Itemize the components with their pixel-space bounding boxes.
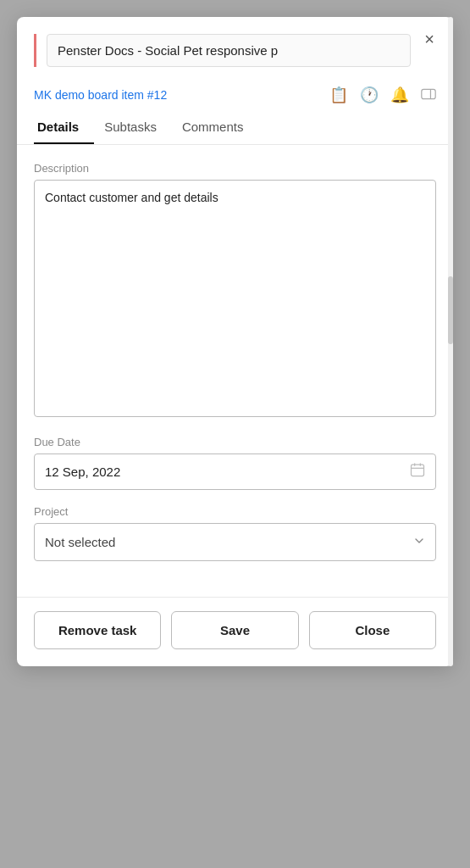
remove-task-button[interactable]: Remove task xyxy=(34,611,161,649)
date-input-wrapper xyxy=(34,453,436,490)
modal-footer: Remove task Save Close xyxy=(17,597,453,666)
svg-rect-0 xyxy=(422,89,435,98)
project-label: Project xyxy=(34,505,436,518)
tag-icon[interactable] xyxy=(421,86,436,104)
bell-icon[interactable]: 🔔 xyxy=(390,86,409,104)
scrollbar-track xyxy=(448,17,453,666)
tab-subtasks[interactable]: Subtasks xyxy=(101,111,172,144)
task-title-input[interactable] xyxy=(47,34,411,67)
due-date-label: Due Date xyxy=(34,436,436,448)
modal-header xyxy=(17,17,453,77)
due-date-field-group: Due Date xyxy=(34,436,436,490)
tab-comments[interactable]: Comments xyxy=(179,111,259,144)
toolbar-icons: 📋 🕐 🔔 xyxy=(329,86,436,104)
close-button[interactable]: Close xyxy=(309,611,436,649)
description-textarea[interactable]: Contact customer and get details xyxy=(34,180,436,417)
tabs-row: Details Subtasks Comments xyxy=(17,111,453,145)
project-select-wrapper: Not selected Project A Project B xyxy=(34,523,436,561)
modal-overlay: × MK demo board item #12 📋 🕐 🔔 xyxy=(0,0,470,868)
modal-dialog: × MK demo board item #12 📋 🕐 🔔 xyxy=(17,17,453,666)
description-label: Description xyxy=(34,162,436,175)
board-item-link[interactable]: MK demo board item #12 xyxy=(34,88,167,102)
due-date-input[interactable] xyxy=(34,453,436,490)
history-icon[interactable]: 🕐 xyxy=(360,86,379,104)
description-field-group: Description Contact customer and get det… xyxy=(34,162,436,420)
project-field-group: Project Not selected Project A Project B xyxy=(34,505,436,561)
tab-details[interactable]: Details xyxy=(34,111,94,144)
project-select[interactable]: Not selected Project A Project B xyxy=(34,523,436,561)
copy-icon[interactable]: 📋 xyxy=(329,86,348,104)
save-button[interactable]: Save xyxy=(171,611,298,649)
board-item-row: MK demo board item #12 📋 🕐 🔔 xyxy=(17,77,453,111)
modal-close-button[interactable]: × xyxy=(419,29,440,49)
title-input-wrapper xyxy=(34,34,411,67)
scrollbar-thumb[interactable] xyxy=(448,276,453,344)
modal-body: Description Contact customer and get det… xyxy=(17,145,453,590)
